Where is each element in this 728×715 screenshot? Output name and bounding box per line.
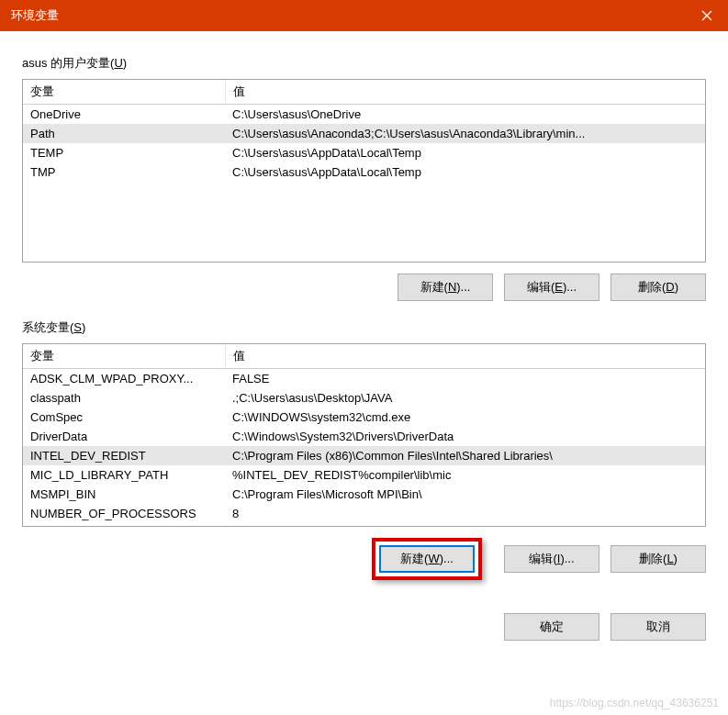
table-row[interactable]: TEMPC:\Users\asus\AppData\Local\Temp xyxy=(23,143,705,162)
table-row[interactable]: DriverDataC:\Windows\System32\Drivers\Dr… xyxy=(23,427,705,446)
cell-value: .;C:\Users\asus\Desktop\JAVA xyxy=(225,388,705,408)
user-edit-button[interactable]: 编辑(E)... xyxy=(504,274,599,301)
user-buttons: 新建(N)... 编辑(E)... 删除(D) xyxy=(22,274,706,301)
system-section-label: 系统变量(S) xyxy=(22,319,706,336)
cell-variable: classpath xyxy=(23,388,225,408)
cell-value: C:\Windows\System32\Drivers\DriverData xyxy=(225,427,705,446)
user-delete-button[interactable]: 删除(D) xyxy=(610,274,706,301)
cell-variable: INTEL_DEV_REDIST xyxy=(23,446,225,465)
user-variables-section: asus 的用户变量(U) 变量 值 OneDriveC:\Users\asus… xyxy=(22,55,706,301)
cell-value: C:\Users\asus\OneDrive xyxy=(225,105,705,125)
cell-variable: TEMP xyxy=(23,143,225,162)
cell-variable: MIC_LD_LIBRARY_PATH xyxy=(23,465,225,485)
system-variables-table[interactable]: 变量 值 ADSK_CLM_WPAD_PROXY...FALSEclasspat… xyxy=(22,343,706,527)
cell-variable: ComSpec xyxy=(23,408,225,427)
cell-value: C:\Users\asus\AppData\Local\Temp xyxy=(225,162,705,182)
cell-value: C:\Users\asus\AppData\Local\Temp xyxy=(225,143,705,162)
cell-variable: TMP xyxy=(23,162,225,182)
user-col-value[interactable]: 值 xyxy=(225,80,705,105)
cancel-button[interactable]: 取消 xyxy=(610,613,706,641)
ok-button[interactable]: 确定 xyxy=(504,613,599,641)
user-new-button[interactable]: 新建(N)... xyxy=(398,274,493,301)
sys-col-variable[interactable]: 变量 xyxy=(23,344,225,369)
user-col-variable[interactable]: 变量 xyxy=(23,80,225,105)
user-variables-table[interactable]: 变量 值 OneDriveC:\Users\asus\OneDrivePathC… xyxy=(22,79,706,263)
table-row[interactable]: PathC:\Users\asus\Anaconda3;C:\Users\asu… xyxy=(23,124,705,143)
table-row[interactable]: NUMBER_OF_PROCESSORS8 xyxy=(23,504,705,523)
close-icon xyxy=(701,10,712,21)
cell-variable: MSMPI_BIN xyxy=(23,485,225,504)
titlebar: 环境变量 xyxy=(0,0,728,31)
dialog-content: asus 的用户变量(U) 变量 值 OneDriveC:\Users\asus… xyxy=(0,31,728,715)
cell-variable: ADSK_CLM_WPAD_PROXY... xyxy=(23,369,225,389)
sys-col-value[interactable]: 值 xyxy=(225,344,705,369)
highlight-annotation: 新建(W)... xyxy=(372,538,482,580)
cell-variable: Path xyxy=(23,124,225,143)
cell-value: C:\Users\asus\Anaconda3;C:\Users\asus\An… xyxy=(225,124,705,143)
dialog-footer: 确定 取消 xyxy=(22,613,706,641)
cell-value: C:\Program Files (x86)\Common Files\Inte… xyxy=(225,446,705,465)
table-row[interactable]: ComSpecC:\WINDOWS\system32\cmd.exe xyxy=(23,408,705,427)
system-variables-section: 系统变量(S) 变量 值 ADSK_CLM_WPAD_PROXY...FALSE… xyxy=(22,319,706,580)
system-edit-button[interactable]: 编辑(I)... xyxy=(504,545,599,573)
cell-value: C:\WINDOWS\system32\cmd.exe xyxy=(225,408,705,427)
cell-value: FALSE xyxy=(225,369,705,389)
user-section-label: asus 的用户变量(U) xyxy=(22,55,706,72)
system-delete-button[interactable]: 删除(L) xyxy=(610,545,706,573)
system-buttons: 新建(W)... 编辑(I)... 删除(L) xyxy=(22,538,706,580)
table-row[interactable]: MIC_LD_LIBRARY_PATH%INTEL_DEV_REDIST%com… xyxy=(23,465,705,485)
table-row[interactable]: TMPC:\Users\asus\AppData\Local\Temp xyxy=(23,162,705,182)
cell-value: %INTEL_DEV_REDIST%compiler\lib\mic xyxy=(225,465,705,485)
cell-variable: OneDrive xyxy=(23,105,225,125)
table-row[interactable]: OneDriveC:\Users\asus\OneDrive xyxy=(23,105,705,125)
table-row[interactable]: classpath.;C:\Users\asus\Desktop\JAVA xyxy=(23,388,705,408)
cell-variable: DriverData xyxy=(23,427,225,446)
close-button[interactable] xyxy=(686,0,728,31)
table-row[interactable]: ADSK_CLM_WPAD_PROXY...FALSE xyxy=(23,369,705,389)
cell-value: 8 xyxy=(225,504,705,523)
window-title: 环境变量 xyxy=(11,7,686,24)
cell-value: C:\Program Files\Microsoft MPI\Bin\ xyxy=(225,485,705,504)
system-new-button[interactable]: 新建(W)... xyxy=(379,545,475,573)
table-row[interactable]: MSMPI_BINC:\Program Files\Microsoft MPI\… xyxy=(23,485,705,504)
table-row[interactable]: INTEL_DEV_REDISTC:\Program Files (x86)\C… xyxy=(23,446,705,465)
cell-variable: NUMBER_OF_PROCESSORS xyxy=(23,504,225,523)
